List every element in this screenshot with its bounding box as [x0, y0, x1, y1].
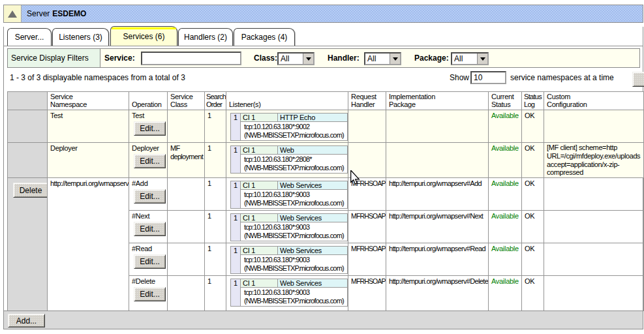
listener-host-line: (NWB-MBISSETXP.microfocus.com) [244, 131, 344, 139]
package-dropdown-button[interactable] [477, 53, 487, 64]
cell-search-order: 1 [205, 178, 226, 211]
tab-baseline [3, 46, 643, 46]
cell-search-order: 1 [205, 143, 226, 178]
services-table: Service Namespace Operation Service Clas… [7, 91, 644, 311]
cell-listeners: 1 CI 1 Web tcp:10.120.63.180*:2808*(NWB-… [226, 143, 348, 178]
listener-index: 1 [231, 214, 241, 241]
header-implementation-package: Implementation Package [386, 92, 489, 110]
header-request-handler: Request Handler [348, 92, 386, 110]
cell-current-status: Available [489, 143, 522, 178]
row-actions-cell [8, 110, 48, 143]
cell-service-class [168, 276, 205, 311]
service-filter-label: Service: [104, 53, 135, 63]
operation-label: Deployer [132, 144, 159, 152]
handler-filter-value: All [365, 54, 390, 63]
cell-current-status: Available [489, 110, 522, 143]
package-filter-select[interactable]: All [451, 52, 489, 65]
cell-custom-configuration [544, 211, 644, 243]
cell-service-class: MF deployment [168, 143, 205, 178]
server-header-bar: Server ESDEMO [3, 5, 643, 23]
cell-implementation-package: http://tempuri.org/wmapserv#Delete [386, 276, 489, 311]
table-row: Deployer Deployer Edit... MF deployment … [8, 143, 644, 178]
filter-panel-label-text: Service Display Filters [11, 53, 89, 63]
add-bar: Add... [3, 311, 643, 329]
cell-listeners: 1 CI 1 Web Services tcp:10.120.63.180*:9… [226, 178, 348, 211]
listener-host-line: (NWB-MBISSETXP.microfocus.com) [244, 199, 344, 207]
server-title-prefix: Server [27, 9, 50, 18]
table-row: Test Test Edit... 1 1 CI 1 HTTP Echo tcp… [8, 110, 644, 143]
class-dropdown-button[interactable] [303, 53, 313, 64]
cell-implementation-package: http://tempuri.org/wmapserv#Read [386, 243, 489, 276]
listener-table: 1 CI 1 HTTP Echo tcp:10.120.63.180*:9002… [230, 113, 348, 141]
collapse-button[interactable] [4, 5, 22, 22]
cell-implementation-package: http://tempuri.org/wmapserv#Next [386, 211, 489, 243]
cell-operation: Test Edit... [129, 110, 168, 143]
listener-table: 1 CI 1 Web Services tcp:10.120.63.180*:9… [230, 213, 348, 241]
cell-custom-configuration [544, 276, 644, 311]
cell-namespace: Test [48, 110, 129, 143]
handler-filter-select[interactable]: All [364, 52, 401, 65]
edit-button[interactable]: Edit... [134, 254, 166, 269]
class-filter-select[interactable]: All [277, 52, 314, 65]
cell-request-handler [348, 143, 386, 178]
add-button[interactable]: Add... [8, 314, 45, 327]
class-filter-label: Class: [254, 53, 277, 63]
cell-operation: #Read Edit... [129, 243, 168, 276]
cell-current-status: Available [489, 276, 522, 311]
listener-index: 1 [231, 247, 241, 274]
package-filter-label: Package: [414, 53, 449, 63]
listener-table: 1 CI 1 Web Services tcp:10.120.63.180*:9… [230, 246, 348, 274]
listener-index: 1 [231, 146, 241, 174]
chevron-down-icon [306, 57, 311, 61]
edit-button[interactable]: Edit... [134, 287, 166, 301]
cell-operation: #Next Edit... [129, 211, 168, 243]
cell-service-class [168, 243, 205, 276]
header-custom-configuration: Custom Configuration [544, 92, 644, 110]
table-row: Delete http://tempuri.org/wmapserv #Add … [8, 178, 644, 211]
cell-current-status: Available [489, 178, 522, 211]
listener-address: tcp:10.120.63.180*:9002(NWB-MBISSETXP.mi… [241, 122, 348, 141]
cell-service-class [168, 211, 205, 243]
cell-status-log: OK [522, 276, 544, 311]
listener-name: Web [278, 146, 348, 155]
header-service-class: Service Class [168, 92, 205, 110]
cell-search-order: 1 [205, 110, 226, 143]
listener-name: Web Services [278, 214, 348, 222]
listener-host-line: (NWB-MBISSETXP.microfocus.com) [244, 297, 344, 305]
edit-button[interactable]: Edit... [134, 189, 166, 204]
listener-address: tcp:10.120.63.180*:9003(NWB-MBISSETXP.mi… [241, 222, 348, 241]
cell-request-handler: MFRHSOAP [348, 243, 386, 276]
operation-label: #Add [132, 179, 148, 187]
cell-status-log: OK [522, 178, 544, 211]
cell-request-handler: MFRHSOAP [348, 211, 386, 243]
listener-table: 1 CI 1 Web Services tcp:10.120.63.180*:9… [230, 279, 348, 307]
header-service-namespace: Service Namespace [48, 92, 129, 110]
listener-conversation: CI 1 [241, 146, 278, 155]
handler-dropdown-button[interactable] [390, 53, 400, 64]
cell-namespace: Deployer [48, 143, 129, 178]
edit-button[interactable]: Edit... [134, 222, 166, 236]
edit-button[interactable]: Edit... [134, 121, 166, 136]
operation-label: Test [132, 112, 144, 119]
show-label: Show [450, 73, 469, 82]
cell-status-log: OK [522, 143, 544, 178]
cell-service-class [168, 178, 205, 211]
listener-address-line: tcp:10.120.63.180*:9003 [244, 223, 309, 231]
refresh-button[interactable] [632, 72, 644, 87]
edit-button[interactable]: Edit... [134, 154, 166, 168]
class-filter-value: All [279, 54, 303, 63]
cell-service-class [168, 110, 205, 143]
cell-operation: #Delete Edit... [129, 276, 168, 311]
listener-address-line: tcp:10.120.63.180*:2808* [244, 155, 312, 163]
chevron-down-icon [480, 57, 485, 61]
show-count-input[interactable] [470, 71, 506, 84]
listener-address-line: tcp:10.120.63.180*:9003 [244, 190, 309, 198]
cell-status-log: OK [522, 110, 544, 143]
cell-request-handler [348, 110, 386, 143]
show-suffix-label: service namespaces at a time [510, 73, 614, 82]
service-filter-input[interactable] [141, 52, 241, 65]
row-actions-cell: Delete [8, 178, 48, 311]
cell-implementation-package: http://tempuri.org/wmapserv#Add [386, 178, 489, 211]
server-name: ESDEMO [52, 9, 86, 18]
delete-button[interactable]: Delete [13, 183, 48, 198]
